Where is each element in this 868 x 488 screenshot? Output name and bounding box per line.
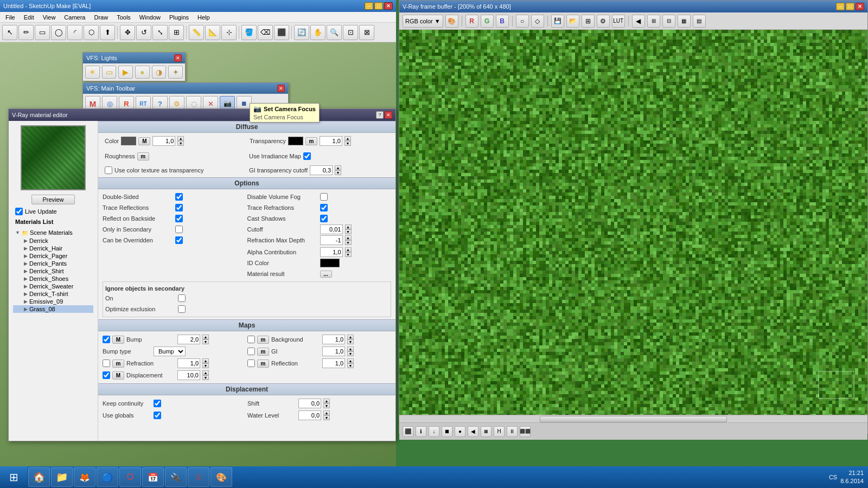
refraction-map-input[interactable]	[177, 358, 200, 368]
displacement-map-input[interactable]	[177, 370, 200, 380]
alpha-contribution-input[interactable]	[320, 247, 343, 257]
shift-spin-up[interactable]: ▲	[323, 399, 330, 403]
vray-status-btn-6[interactable]: ◀	[468, 426, 478, 437]
menu-draw[interactable]: Draw	[91, 12, 111, 22]
tool-axes[interactable]: ⊹	[221, 25, 237, 40]
refraction-map-spin-down[interactable]: ▼	[202, 363, 209, 368]
menu-view[interactable]: View	[40, 12, 59, 22]
on-checkbox[interactable]	[178, 294, 186, 302]
bump-map-btn[interactable]: M	[112, 336, 124, 344]
lights-panel-title[interactable]: VFS: Lights ✕	[83, 53, 185, 63]
light-btn-sphere[interactable]: ●	[135, 66, 150, 79]
tool-component[interactable]: ⬛	[274, 25, 289, 40]
tree-item-emissive[interactable]: ▶ Emissive_09	[13, 298, 93, 305]
tool-rotate[interactable]: ↺	[136, 25, 151, 40]
tree-item-derrick-shoes[interactable]: ▶ Derrick_Shoes	[13, 275, 93, 282]
vray-next-btn[interactable]: ⊞	[647, 15, 660, 28]
tree-item-derrick-sweater[interactable]: ▶ Derrick_Sweater	[13, 282, 93, 290]
transparency-spin-down[interactable]: ▼	[344, 141, 351, 146]
vray-status-btn-5[interactable]: ●	[455, 426, 465, 437]
maximize-button[interactable]: □	[374, 2, 383, 10]
vray-close-btn[interactable]: ✕	[856, 3, 864, 10]
tree-item-derrick-shirt[interactable]: ▶ Derrick_Shirt	[13, 267, 93, 275]
color-spin-up[interactable]: ▲	[177, 136, 184, 141]
keep-continuity-checkbox[interactable]	[154, 400, 161, 407]
reflection-spin-up[interactable]: ▲	[347, 358, 354, 363]
taskbar-item-7[interactable]: 🔌	[165, 467, 187, 487]
vray-open-btn[interactable]: 📂	[566, 15, 579, 28]
gi-cutoff-spin-up[interactable]: ▲	[335, 165, 341, 170]
vray-settings-btn[interactable]: ⚙	[597, 15, 610, 28]
vray-status-btn-7[interactable]: ▦	[481, 426, 492, 437]
taskbar-item-1[interactable]: 🏠	[28, 467, 50, 487]
displacement-spin-down[interactable]: ▼	[202, 375, 209, 380]
vray-scrollbar-thumb[interactable]	[540, 416, 727, 422]
id-color-swatch[interactable]	[320, 259, 340, 267]
tool-push-pull[interactable]: ⬆	[100, 25, 115, 40]
tool-rectangle[interactable]: ▭	[35, 25, 50, 40]
vray-title-bar[interactable]: V-Ray frame buffer - [200% of 640 x 480]…	[399, 1, 867, 12]
tree-item-derrick[interactable]: ▶ Derrick	[13, 237, 93, 245]
close-button[interactable]: ✕	[384, 2, 393, 10]
tool-scale[interactable]: ⤡	[152, 25, 168, 40]
double-sided-checkbox[interactable]	[175, 193, 183, 201]
light-btn-spot[interactable]: ▶	[118, 66, 133, 79]
refraction-map-spin-up[interactable]: ▲	[202, 358, 209, 363]
tool-offset[interactable]: ⊞	[169, 25, 184, 40]
vray-status-btn-1[interactable]: ⬛	[403, 426, 413, 437]
gi-spin-up[interactable]: ▲	[347, 346, 354, 351]
tree-scene-materials[interactable]: ▼ 📁 Scene Materials	[13, 228, 93, 237]
tool-circle[interactable]: ◯	[51, 25, 66, 40]
vray-color-picker-btn[interactable]: 🎨	[445, 15, 458, 28]
vray-pixel-btn[interactable]: ▤	[693, 15, 706, 28]
roughness-map-btn[interactable]: m	[137, 152, 149, 160]
light-btn-rect[interactable]: ▭	[102, 66, 117, 79]
menu-plugins[interactable]: Plugins	[166, 12, 192, 22]
tool-zoom-window[interactable]: ⊡	[343, 25, 358, 40]
tool-tape[interactable]: 📏	[189, 25, 204, 40]
material-result-btn[interactable]: ...	[320, 271, 332, 278]
cutoff-spin-up[interactable]: ▲	[345, 224, 352, 229]
transparency-swatch[interactable]	[288, 137, 303, 145]
tool-zoom-extents[interactable]: ⊠	[359, 25, 374, 40]
options-section-header[interactable]: Options	[98, 177, 395, 189]
mat-help-btn[interactable]: ?	[376, 111, 384, 119]
tool-orbit[interactable]: 🔄	[294, 25, 309, 40]
preview-button[interactable]: Preview	[31, 195, 75, 204]
transparency-spin-up[interactable]: ▲	[344, 136, 351, 141]
displacement-section-header[interactable]: Displacement	[98, 383, 395, 395]
color-spin-down[interactable]: ▼	[177, 141, 184, 146]
color-map-btn[interactable]: M	[138, 137, 150, 145]
can-be-overridden-checkbox[interactable]	[175, 236, 183, 244]
vray-maximize-btn[interactable]: □	[846, 3, 854, 10]
vray-minimize-btn[interactable]: ─	[836, 3, 845, 10]
shift-spin-down[interactable]: ▼	[323, 403, 330, 408]
menu-help[interactable]: Help	[194, 12, 213, 22]
refraction-max-depth-input[interactable]	[320, 235, 343, 245]
vray-save-btn[interactable]: 💾	[551, 15, 564, 28]
trace-reflections-checkbox[interactable]	[175, 204, 183, 211]
tool-eraser[interactable]: ⌫	[258, 25, 273, 40]
vray-r-btn[interactable]: R	[465, 15, 478, 28]
vray-status-btn-4[interactable]: ⏹	[442, 426, 452, 437]
refraction-map-checkbox[interactable]	[103, 359, 110, 367]
shift-input[interactable]	[298, 399, 321, 408]
menu-camera[interactable]: Camera	[61, 12, 88, 22]
color-swatch[interactable]	[121, 137, 136, 145]
taskbar-item-3[interactable]: 🦊	[74, 467, 95, 487]
use-irradiance-checkbox[interactable]	[303, 152, 311, 160]
background-map-checkbox[interactable]	[247, 336, 255, 343]
tree-item-derrick-tshirt[interactable]: ▶ Derrick_T-shirt	[13, 290, 93, 298]
transparency-value-input[interactable]	[320, 136, 342, 146]
tool-polygon[interactable]: ⬡	[84, 25, 99, 40]
bump-spin-down[interactable]: ▼	[202, 339, 209, 344]
diffuse-section-header[interactable]: Diffuse	[98, 121, 395, 133]
vray-layers-btn[interactable]: ⊞	[582, 15, 595, 28]
optimize-exclusion-checkbox[interactable]	[178, 305, 186, 313]
alpha-spin-up[interactable]: ▲	[345, 247, 352, 252]
tool-protractor[interactable]: 📐	[205, 25, 220, 40]
bump-spin-up[interactable]: ▲	[202, 335, 209, 339]
vray-status-btn-2[interactable]: ℹ	[416, 426, 426, 437]
tool-move[interactable]: ✥	[120, 25, 135, 40]
mat-close-btn[interactable]: ✕	[385, 111, 392, 119]
